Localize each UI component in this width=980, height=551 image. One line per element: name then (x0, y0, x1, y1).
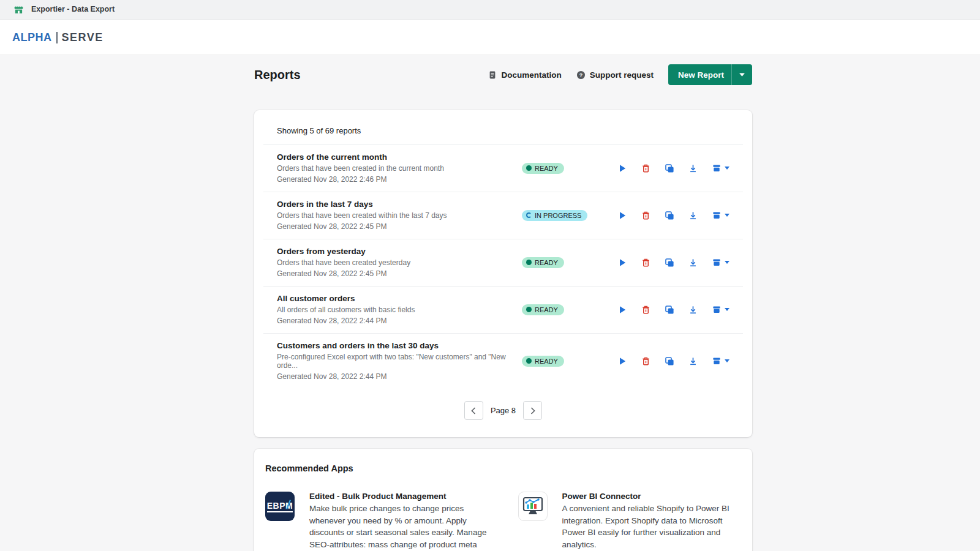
run-report-button[interactable] (617, 211, 627, 220)
export-report-button[interactable] (712, 258, 729, 267)
report-generated: Generated Nov 28, 2022 2:46 PM (277, 175, 522, 184)
archive-export-icon (712, 211, 722, 220)
report-description: Orders that have been created in the cur… (277, 164, 522, 173)
status-cell: READY (522, 304, 614, 315)
window-title: Exportier - Data Export (31, 5, 115, 13)
trash-icon (641, 258, 650, 268)
download-report-button[interactable] (688, 305, 698, 315)
trash-icon (641, 163, 650, 173)
support-request-label: Support request (590, 70, 654, 80)
app-info: Edited - Bulk Product Management Make bu… (309, 492, 489, 551)
export-report-button[interactable] (712, 211, 729, 220)
download-report-button[interactable] (688, 258, 698, 268)
support-request-link[interactable]: ? Support request (576, 70, 654, 80)
power-bi-app-logo (518, 492, 548, 521)
duplicate-report-button[interactable] (665, 356, 674, 366)
archive-export-icon (712, 356, 722, 365)
duplicate-report-button[interactable] (665, 258, 674, 268)
download-report-button[interactable] (688, 356, 698, 366)
report-generated: Generated Nov 28, 2022 2:44 PM (277, 317, 522, 325)
status-badge: READY (522, 304, 564, 315)
table-row: Customers and orders in the last 30 days… (263, 333, 743, 389)
download-report-button[interactable] (688, 163, 698, 173)
app-title: Edited - Bulk Product Management (309, 492, 489, 501)
duplicate-report-button[interactable] (665, 211, 674, 220)
recommended-apps-card: Recommended Apps EBPM Edited - Bulk Prod… (254, 449, 752, 551)
ebpm-logo-text: EBPM (267, 501, 293, 512)
app-title: Power BI Connector (562, 492, 742, 501)
delete-report-button[interactable] (641, 305, 650, 315)
row-actions (617, 163, 729, 173)
page-header: Reports Documentation ? (254, 64, 752, 86)
report-info: Orders from yesterday Orders that have b… (277, 247, 522, 278)
chevron-right-icon (530, 407, 535, 414)
delete-report-button[interactable] (641, 356, 650, 366)
table-row: Orders from yesterday Orders that have b… (263, 239, 743, 286)
logo-serve: SERVE (62, 31, 104, 44)
status-cell: IN PROGRESS (522, 209, 614, 221)
caret-down-icon (725, 214, 729, 217)
page-indicator: Page 8 (491, 406, 516, 415)
table-row: All customer orders All orders of all cu… (263, 286, 743, 333)
report-description: All orders of all customers with basic f… (277, 305, 522, 314)
reports-summary: Showing 5 of 69 reports (263, 110, 743, 144)
report-generated: Generated Nov 28, 2022 2:45 PM (277, 222, 522, 231)
duplicate-report-button[interactable] (665, 163, 674, 173)
caret-down-icon (725, 167, 729, 170)
documentation-label: Documentation (501, 70, 561, 80)
status-dot-icon (526, 358, 532, 364)
play-icon (617, 258, 627, 268)
download-icon (688, 163, 698, 173)
table-row: Orders of the current month Orders that … (263, 144, 743, 192)
duplicate-report-button[interactable] (665, 305, 674, 315)
delete-report-button[interactable] (641, 163, 650, 173)
row-actions (617, 305, 729, 315)
status-badge: IN PROGRESS (522, 210, 587, 221)
next-page-button[interactable] (523, 401, 542, 420)
play-icon (617, 305, 627, 315)
app-description: A convenient and reliable Shopify to Pow… (562, 503, 742, 550)
run-report-button[interactable] (617, 258, 627, 268)
report-info: All customer orders All orders of all cu… (277, 294, 522, 325)
duplicate-icon (665, 163, 674, 173)
play-icon (617, 356, 627, 366)
report-title: Customers and orders in the last 30 days (277, 341, 522, 350)
status-dot-icon (526, 260, 532, 265)
report-title: Orders of the current month (277, 152, 522, 162)
trash-icon (641, 356, 650, 366)
app-card-power-bi-connector[interactable]: Power BI Connector A convenient and reli… (518, 492, 742, 551)
status-label: READY (535, 306, 558, 313)
delete-report-button[interactable] (641, 258, 650, 268)
new-report-button[interactable]: New Report (668, 64, 752, 85)
table-row: Orders in the last 7 days Orders that ha… (263, 192, 743, 239)
top-app-bar: Exportier - Data Export (0, 0, 980, 20)
report-info: Orders in the last 7 days Orders that ha… (277, 200, 522, 231)
documentation-link[interactable]: Documentation (488, 70, 561, 80)
delete-report-button[interactable] (641, 211, 650, 220)
vendor-header: ALPHA SERVE (0, 20, 980, 55)
run-report-button[interactable] (617, 356, 627, 366)
ebpm-app-logo: EBPM (265, 492, 295, 521)
report-description: Orders that have been created yesterday (277, 258, 522, 267)
export-report-button[interactable] (712, 305, 729, 314)
status-label: READY (535, 259, 558, 266)
store-icon (13, 5, 24, 15)
report-title: Orders in the last 7 days (277, 200, 522, 209)
spinner-icon (526, 212, 532, 218)
download-report-button[interactable] (688, 211, 698, 220)
duplicate-icon (665, 305, 674, 315)
new-report-dropdown-toggle[interactable] (731, 64, 752, 85)
run-report-button[interactable] (617, 305, 627, 315)
previous-page-button[interactable] (464, 401, 483, 420)
status-badge: READY (522, 257, 564, 268)
status-badge: READY (522, 356, 564, 367)
export-report-button[interactable] (712, 163, 729, 173)
status-label: IN PROGRESS (535, 212, 581, 219)
app-card-edited-bulk-product-management[interactable]: EBPM Edited - Bulk Product Management Ma… (265, 492, 489, 551)
run-report-button[interactable] (617, 163, 627, 173)
app-info: Power BI Connector A convenient and reli… (562, 492, 742, 551)
status-dot-icon (526, 165, 532, 171)
row-actions (617, 211, 729, 220)
export-report-button[interactable] (712, 356, 729, 365)
archive-export-icon (712, 163, 722, 173)
